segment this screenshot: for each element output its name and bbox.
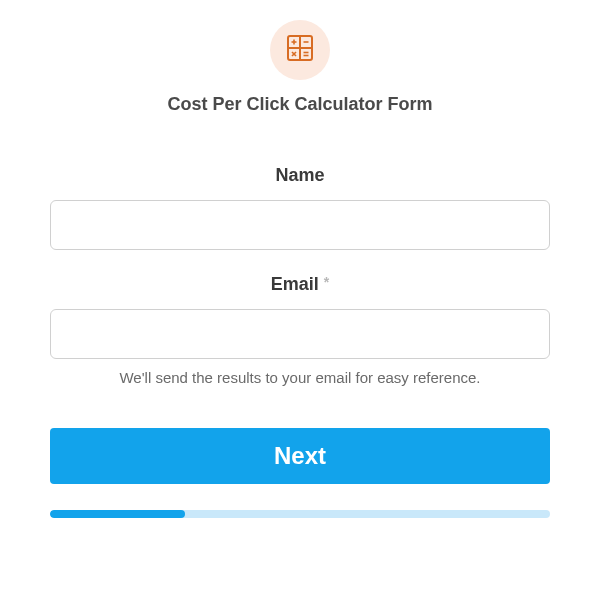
calculator-icon bbox=[285, 33, 315, 67]
progress-fill bbox=[50, 510, 185, 518]
email-field-group: Email * We'll send the results to your e… bbox=[50, 274, 550, 386]
next-button[interactable]: Next bbox=[50, 428, 550, 484]
email-label: Email * bbox=[50, 274, 550, 295]
email-input[interactable] bbox=[50, 309, 550, 359]
name-input[interactable] bbox=[50, 200, 550, 250]
required-indicator: * bbox=[324, 274, 329, 290]
email-helper-text: We'll send the results to your email for… bbox=[50, 369, 550, 386]
name-field-group: Name bbox=[50, 165, 550, 250]
email-label-text: Email bbox=[271, 274, 319, 294]
form-icon-circle bbox=[270, 20, 330, 80]
name-label: Name bbox=[50, 165, 550, 186]
progress-bar bbox=[50, 510, 550, 518]
form-title: Cost Per Click Calculator Form bbox=[167, 94, 432, 115]
